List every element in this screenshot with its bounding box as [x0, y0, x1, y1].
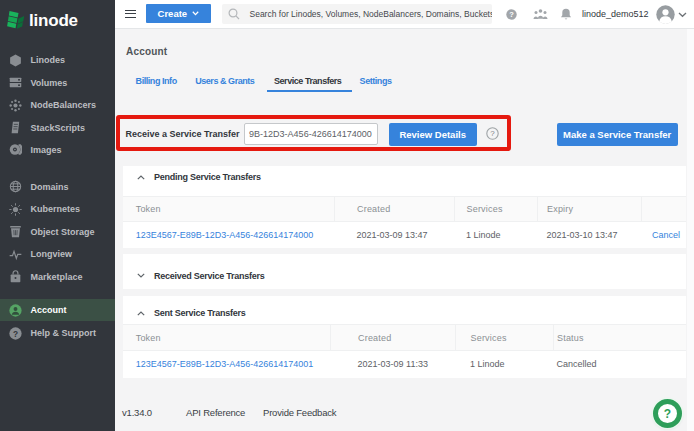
- svg-text:?: ?: [13, 328, 18, 338]
- svg-text:?: ?: [509, 10, 514, 19]
